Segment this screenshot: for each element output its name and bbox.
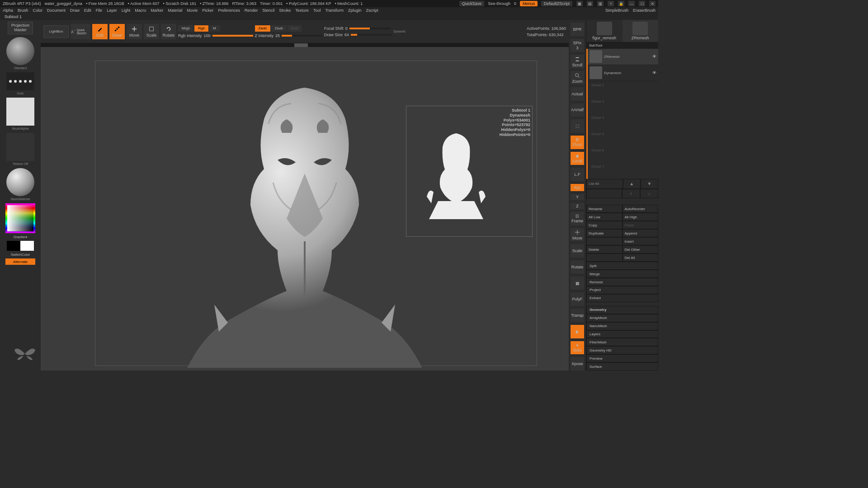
color-swatches[interactable] [7, 241, 34, 251]
autoreorder-button[interactable]: AutoReorder [623, 205, 659, 213]
remesh-section[interactable]: Remesh [586, 278, 658, 286]
m-button[interactable]: M [209, 25, 220, 32]
nanomesh-section[interactable]: NanoMesh [586, 322, 658, 330]
menu-stroke[interactable]: Stroke [279, 8, 291, 13]
menu-stencil[interactable]: Stencil [262, 8, 274, 13]
menu-tool[interactable]: Tool [313, 8, 321, 13]
z-button[interactable]: Z [571, 203, 584, 209]
insert-button[interactable]: Insert [623, 237, 659, 245]
preview-section[interactable]: Preview [586, 354, 658, 362]
menu-file[interactable]: File [96, 8, 103, 13]
delother-button[interactable]: Del Other [623, 245, 659, 253]
paste-button[interactable]: Paste [623, 221, 659, 229]
movedown-icon[interactable]: ▼ [641, 179, 658, 189]
horizontal-scrollbar[interactable] [41, 43, 569, 47]
spix-slider[interactable]: SPix3 [571, 39, 584, 52]
menu-render[interactable]: Render [245, 8, 258, 13]
delete-button[interactable]: Delete [586, 245, 623, 253]
rotate-mode-button[interactable]: Rotate [161, 24, 176, 39]
zoom-button[interactable]: Zoom [571, 71, 584, 84]
menu-material[interactable]: Material [168, 8, 182, 13]
focal-shift-slider[interactable]: Focal Shift0 [324, 26, 392, 31]
geometry-section[interactable]: Geometry [586, 306, 658, 314]
quicksave-button[interactable]: QuickSave [459, 1, 485, 6]
z-intensity-slider[interactable]: Z Intensity25 [255, 33, 323, 38]
xyz-button[interactable]: Xyz [571, 184, 584, 191]
floor-button[interactable]: ⊞Floor [571, 136, 584, 149]
simplebrush-button[interactable]: SimpleBrush [605, 8, 628, 13]
project-section[interactable]: Project [586, 286, 658, 294]
surface-section[interactable]: Surface [586, 362, 658, 371]
scroll-button[interactable]: Scroll [571, 55, 584, 68]
dynamic-toggle[interactable]: Dynamic [393, 30, 406, 33]
seethrough-value[interactable]: 0 [514, 1, 516, 6]
fibermesh-section[interactable]: FiberMesh [586, 338, 658, 346]
subtool-item-2[interactable]: Dynamesh 👁 [588, 65, 658, 81]
projection-master-button[interactable]: Projection Master [8, 22, 33, 34]
menu-zscript[interactable]: Zscript [366, 8, 378, 13]
menu-texture[interactable]: Texture [295, 8, 309, 13]
transp-button[interactable]: Transp [571, 309, 584, 322]
menu-macro[interactable]: Macro [135, 8, 146, 13]
lf-button[interactable]: L.F [571, 168, 584, 181]
quicksketch-button[interactable]: Quick Sketch [71, 24, 90, 39]
zcut-button[interactable]: Zcut [288, 25, 302, 32]
move-view-button[interactable]: Move [571, 228, 584, 242]
menu-movie[interactable]: Movie [187, 8, 198, 13]
close-icon[interactable]: ✕ [649, 1, 656, 6]
help-icon[interactable]: ? [608, 1, 614, 6]
menus-button[interactable]: Menus [520, 1, 538, 6]
menu-zplugin[interactable]: Zplugin [348, 8, 362, 13]
layout3-icon[interactable]: ▥ [597, 1, 604, 6]
defaultscript-button[interactable]: DefaultZScript [541, 1, 572, 6]
aahalf-button[interactable]: AAHalf [571, 103, 584, 117]
eraserbrush-button[interactable]: EraserBrush [633, 8, 656, 13]
stroke-thumbnail[interactable] [6, 72, 34, 90]
zsub-button[interactable]: Zsub [271, 25, 287, 32]
arraymesh-section[interactable]: ArrayMesh [586, 314, 658, 322]
draw-mode-button[interactable]: Draw [109, 24, 125, 39]
tool-thumb-1[interactable]: figur_remesh [586, 20, 623, 42]
persp-button[interactable]: ⬚ [571, 119, 584, 133]
lock-icon[interactable]: 🔒 [618, 1, 624, 6]
rgb-button[interactable]: Rgb [194, 25, 208, 32]
arrow-dn-icon[interactable]: ↓ [640, 189, 658, 199]
menu-alpha[interactable]: Alpha [3, 8, 13, 13]
menu-document[interactable]: Document [47, 8, 66, 13]
layout-icon[interactable]: ▦ [576, 1, 583, 6]
menu-color[interactable]: Color [33, 8, 43, 13]
solo-button[interactable]: ●Solo [571, 341, 584, 355]
frame-button[interactable]: ⊡Frame [571, 212, 584, 225]
geometryhd-section[interactable]: Geometry HD [586, 346, 658, 354]
moveup-icon[interactable]: ▲ [623, 179, 641, 189]
menu-light[interactable]: Light [122, 8, 131, 13]
gradient-label[interactable]: Gradient [14, 235, 28, 239]
extract-section[interactable]: Extract [586, 294, 658, 302]
rgb-intensity-slider[interactable]: Rgb Intensity100 [178, 33, 253, 38]
zadd-button[interactable]: Zadd [255, 25, 270, 32]
linefill-button[interactable]: ▦ [571, 277, 584, 290]
delall-button[interactable]: Del All [623, 253, 659, 262]
xpose-button[interactable]: Xpose [571, 357, 584, 371]
append-button[interactable]: Append [623, 229, 659, 237]
alternate-button[interactable]: Alternate [5, 258, 35, 265]
scale-mode-button[interactable]: Scale [144, 24, 159, 39]
layout2-icon[interactable]: ▤ [587, 1, 593, 6]
duplicate-button[interactable]: Duplicate [586, 229, 623, 237]
swatch-white[interactable] [20, 241, 34, 251]
menu-edit[interactable]: Edit [84, 8, 91, 13]
material-thumbnail[interactable] [6, 168, 34, 196]
split-section[interactable]: Split [586, 262, 658, 270]
eye-icon[interactable]: 👁 [652, 54, 656, 59]
eye-icon[interactable]: 👁 [652, 70, 656, 75]
maximize-icon[interactable]: ☐ [639, 1, 645, 6]
tool-thumb-2[interactable]: ZRemesh [623, 20, 659, 42]
texture-thumbnail[interactable] [6, 133, 34, 161]
local-button[interactable]: ◉Local [571, 152, 584, 165]
copy-button[interactable]: Copy [586, 221, 623, 229]
polyf-button[interactable]: PolyF [571, 292, 584, 306]
menu-preferences[interactable]: Preferences [218, 8, 240, 13]
menu-draw[interactable]: Draw [70, 8, 80, 13]
mrgb-button[interactable]: Mrgb [178, 25, 193, 32]
listall-button[interactable]: List All [586, 179, 623, 189]
